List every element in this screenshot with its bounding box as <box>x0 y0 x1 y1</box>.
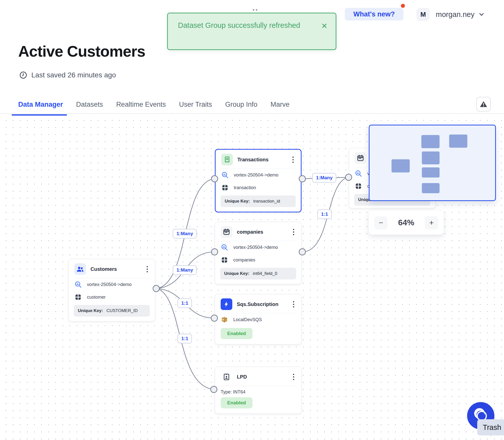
edge-label: 1:Many <box>173 265 197 275</box>
status-badge: Enabled <box>221 328 253 339</box>
table-grid-icon <box>221 256 228 264</box>
node-source-row: vortex-250504->demo <box>69 278 155 291</box>
minimap-node-rect <box>422 183 440 193</box>
kebab-menu-icon[interactable] <box>291 372 296 382</box>
sqs-box-icon <box>221 316 228 323</box>
success-toast: Dataset Group successfully refreshed ✕ <box>167 13 336 50</box>
minimap-node-rect <box>392 159 410 172</box>
table-grid-icon <box>355 182 362 190</box>
dataset-search-icon <box>221 244 228 251</box>
unique-key-pill: Unique Key: int64_field_0 <box>220 268 296 279</box>
node-title: Transactions <box>237 157 291 163</box>
unique-key-label: Unique Key: <box>78 308 103 313</box>
toast-message: Dataset Group successfully refreshed <box>178 21 300 29</box>
connection-name: LocalDevSQS <box>233 317 262 322</box>
avatar[interactable]: M <box>417 8 430 21</box>
dataset-search-icon <box>74 281 82 288</box>
minimap-node-rect <box>449 135 467 148</box>
tab-bar: Data Manager Datasets Realtime Events Us… <box>18 100 289 115</box>
unique-key-value: int64_field_0 <box>253 271 277 276</box>
clock-icon <box>19 71 27 79</box>
node-title: companies <box>237 229 291 235</box>
page-title: Active Customers <box>18 42 145 60</box>
calendar-icon <box>221 226 232 238</box>
trash-label: Trash <box>483 423 501 432</box>
receipt-icon <box>221 154 233 165</box>
whats-new-label: What's new? <box>353 10 395 18</box>
minimap-node-rect <box>422 151 440 164</box>
calendar-icon <box>355 152 366 164</box>
minimap[interactable] <box>369 125 496 201</box>
trash-button[interactable]: Trash <box>477 419 504 435</box>
edge-label: 1:1 <box>177 334 192 343</box>
data-manager-app: Dataset Group successfully refreshed ✕ W… <box>0 0 504 440</box>
zoom-in-button[interactable]: + <box>425 216 438 229</box>
avatar-initial: M <box>420 11 426 18</box>
type-value: INT64 <box>233 389 245 394</box>
node-type-row: Type: INT64 <box>215 386 301 395</box>
edge-label: 1:Many <box>312 173 336 183</box>
node-table: transaction <box>234 185 256 190</box>
node-card-companies[interactable]: companies vortex-250504->demo companies … <box>215 222 302 284</box>
minimap-node-rect <box>422 167 440 178</box>
tab-user-traits[interactable]: User Traits <box>179 100 212 115</box>
notification-dot <box>401 4 405 8</box>
node-card-customers[interactable]: Customers vortex-250504->demo customer U… <box>68 259 155 321</box>
node-card-lpd[interactable]: LPD Type: INT64 Enabled <box>215 367 302 414</box>
tab-realtime-events[interactable]: Realtime Events <box>116 100 166 115</box>
hidden-kebab-icon <box>253 9 257 11</box>
tab-datasets[interactable]: Datasets <box>76 100 103 115</box>
zoom-out-button[interactable]: − <box>374 216 387 229</box>
tab-data-manager[interactable]: Data Manager <box>18 100 63 115</box>
unique-key-label: Unique Key: <box>224 271 249 276</box>
username: morgan.ney <box>436 10 474 19</box>
lightning-icon <box>221 298 232 310</box>
chevron-down-icon <box>478 11 485 18</box>
kebab-menu-icon[interactable] <box>145 265 149 274</box>
node-table-row: companies <box>215 254 301 266</box>
edge-label: 1:1 <box>317 209 332 219</box>
unique-key-label: Unique Key: <box>225 199 250 204</box>
node-table: companies <box>233 257 255 263</box>
last-saved-row: Last saved 26 minutes ago <box>19 71 116 79</box>
zoom-level: 64% <box>398 218 414 227</box>
type-label: Type: <box>221 389 232 394</box>
id-badge-icon <box>221 371 232 383</box>
edge-label: 1:1 <box>177 298 192 308</box>
user-menu[interactable]: morgan.ney <box>436 8 485 21</box>
node-connection-row: LocalDevSQS <box>215 313 301 326</box>
node-card-transactions[interactable]: Transactions vortex-250504->demo transac… <box>215 149 302 212</box>
whats-new-button[interactable]: What's new? <box>345 8 403 20</box>
kebab-menu-icon[interactable] <box>291 155 295 164</box>
close-icon[interactable]: ✕ <box>321 21 328 31</box>
tab-marve[interactable]: Marve <box>270 100 289 115</box>
warning-triangle-icon <box>479 100 488 108</box>
status-badge: Enabled <box>221 397 253 408</box>
node-source: vortex-250504->demo <box>234 172 279 178</box>
last-saved-text: Last saved 26 minutes ago <box>31 71 116 79</box>
unique-key-pill: Unique Key: CUSTOMER_ID <box>74 305 150 317</box>
tab-group-info[interactable]: Group Info <box>225 100 258 115</box>
dataset-search-icon <box>355 170 362 177</box>
node-title: LPD <box>237 374 291 380</box>
node-table: customer <box>87 295 106 300</box>
table-grid-icon <box>221 184 229 191</box>
kebab-menu-icon[interactable] <box>291 300 296 309</box>
kebab-menu-icon[interactable] <box>291 227 296 237</box>
node-source-row: vortex-250504->demo <box>215 241 301 254</box>
zoom-control: − 64% + <box>369 211 444 235</box>
table-grid-icon <box>74 293 82 301</box>
people-icon <box>74 263 86 275</box>
node-title: Sqs.Subscription <box>237 301 291 307</box>
node-title: Customers <box>90 266 145 272</box>
unique-key-value: transaction_id <box>253 199 280 204</box>
warning-button[interactable] <box>476 97 491 112</box>
node-source: vortex-250504->demo <box>233 245 278 250</box>
node-card-sqs-subscription[interactable]: Sqs.Subscription LocalDevSQS Enabled <box>215 294 302 344</box>
edge-label: 1:Many <box>173 229 197 238</box>
node-table-row: customer <box>69 291 155 303</box>
unique-key-value: CUSTOMER_ID <box>106 308 138 313</box>
unique-key-pill: Unique Key: transaction_id <box>221 195 296 207</box>
node-source-row: vortex-250504->demo <box>216 169 301 181</box>
minimap-node-rect <box>421 135 440 148</box>
